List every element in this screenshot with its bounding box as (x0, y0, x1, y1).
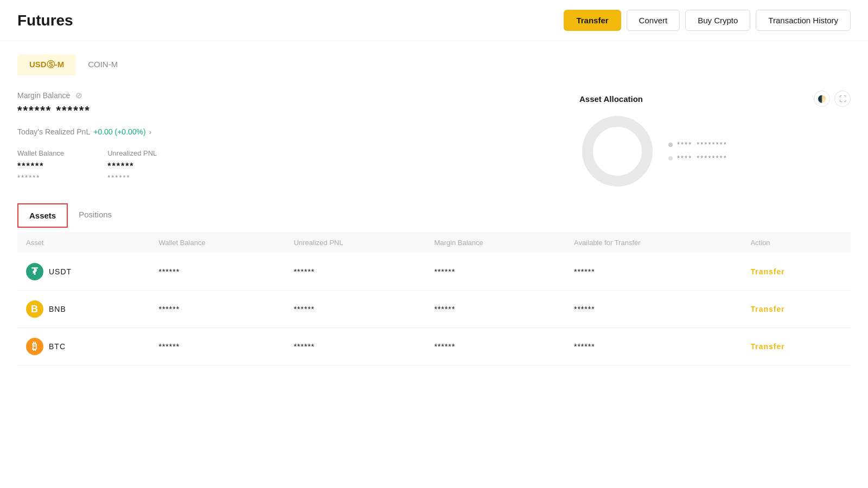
available-btc: ****** (565, 328, 742, 365)
legend-item-2: **** ******** (668, 154, 727, 162)
donut-chart (579, 113, 655, 189)
transfer-button[interactable]: Transfer (564, 10, 621, 31)
svg-point-0 (588, 121, 647, 181)
table-row: ₿ BTC ****** ****** ****** ****** Transf… (17, 328, 851, 365)
table-body: ₮ USDT ****** ****** ****** ****** Trans… (17, 253, 851, 365)
wallet-unrealized-row: Wallet Balance ****** ****** Unrealized … (17, 149, 579, 182)
wallet-balance-value: ****** (17, 162, 64, 171)
wallet-balance-btc: ****** (150, 328, 285, 365)
col-margin-balance: Margin Balance (425, 232, 565, 253)
legend-dot-1 (668, 143, 673, 147)
page-title: Futures (17, 12, 73, 29)
available-bnb: ****** (565, 291, 742, 328)
table-row: ₮ USDT ****** ****** ****** ****** Trans… (17, 253, 851, 291)
table-header: Asset Wallet Balance Unrealized PNL Marg… (17, 232, 851, 253)
usdt-icon: ₮ (26, 263, 43, 280)
action-cell-btc: Transfer (742, 328, 851, 365)
asset-name-bnb: BNB (49, 305, 66, 313)
unrealized-pnl-item: Unrealized PNL ****** ****** (107, 149, 157, 182)
asset-name-btc: BTC (49, 342, 66, 351)
margin-balance-btc: ****** (425, 328, 565, 365)
realized-pnl-value: +0.00 (+0.00%) (93, 127, 146, 136)
col-unrealized-pnl: Unrealized PNL (285, 232, 425, 253)
asset-allocation-panel: Asset Allocation 🌓 ⛶ **** ******** (579, 91, 851, 189)
transfer-link-usdt[interactable]: Transfer (750, 267, 784, 276)
hide-balance-icon[interactable]: ⊘ (75, 91, 82, 100)
asset-cell-usdt: ₮ USDT (17, 253, 150, 291)
action-cell-usdt: Transfer (742, 253, 851, 291)
unrealized-pnl-usdt: ****** (285, 253, 425, 291)
margin-balance-label: Margin Balance ⊘ (17, 91, 579, 100)
wallet-balance-usdt: ****** (150, 253, 285, 291)
donut-chart-wrapper: **** ******** **** ******** (579, 113, 851, 189)
legend-label-2: **** (677, 154, 692, 162)
action-cell-bnb: Transfer (742, 291, 851, 328)
unrealized-pnl-value: ****** (107, 162, 157, 171)
legend-value-2: ******** (697, 154, 727, 162)
buy-crypto-button[interactable]: Buy Crypto (685, 10, 750, 31)
asset-name-usdt: USDT (49, 267, 72, 276)
dark-mode-icon[interactable]: 🌓 (814, 91, 830, 107)
tab-assets[interactable]: Assets (17, 203, 68, 228)
tab-positions[interactable]: Positions (68, 203, 123, 228)
transfer-link-btc[interactable]: Transfer (750, 342, 784, 351)
bnb-icon: B (26, 300, 43, 318)
convert-button[interactable]: Convert (627, 10, 680, 31)
balance-section: Margin Balance ⊘ ****** ****** Today's R… (0, 75, 868, 195)
available-usdt: ****** (565, 253, 742, 291)
col-action: Action (742, 232, 851, 253)
margin-balance-bnb: ****** (425, 291, 565, 328)
balance-left: Margin Balance ⊘ ****** ****** Today's R… (17, 91, 579, 189)
legend-dot-2 (668, 156, 673, 160)
tab-usdm[interactable]: USDⓈ-M (17, 54, 76, 75)
assets-table: Asset Wallet Balance Unrealized PNL Marg… (17, 232, 851, 365)
margin-balance-usdt: ****** (425, 253, 565, 291)
legend-value-1: ******** (697, 140, 727, 149)
wallet-balance-bnb: ****** (150, 291, 285, 328)
section-tabs: Assets Positions (0, 195, 868, 228)
market-tabs: USDⓈ-M COIN-M (0, 41, 868, 75)
legend-item-1: **** ******** (668, 140, 727, 149)
realized-pnl-row: Today's Realized PnL +0.00 (+0.00%) › (17, 127, 579, 136)
transfer-link-bnb[interactable]: Transfer (750, 305, 784, 313)
tab-coinm[interactable]: COIN-M (76, 54, 130, 75)
unrealized-pnl-btc: ****** (285, 328, 425, 365)
margin-balance-value: ****** ****** (17, 104, 579, 118)
donut-legend: **** ******** **** ******** (668, 140, 727, 162)
unrealized-pnl-bnb: ****** (285, 291, 425, 328)
asset-cell-bnb: B BNB (17, 291, 150, 328)
btc-icon: ₿ (26, 338, 43, 355)
expand-icon[interactable]: ⛶ (834, 91, 851, 107)
asset-cell-btc: ₿ BTC (17, 328, 150, 365)
pnl-arrow-icon[interactable]: › (149, 128, 151, 136)
wallet-balance-sub: ****** (17, 174, 64, 182)
col-available: Available for Transfer (565, 232, 742, 253)
col-asset: Asset (17, 232, 150, 253)
transaction-history-button[interactable]: Transaction History (756, 10, 851, 31)
unrealized-pnl-sub: ****** (107, 174, 157, 182)
col-wallet-balance: Wallet Balance (150, 232, 285, 253)
legend-label-1: **** (677, 140, 692, 149)
assets-table-wrapper: Asset Wallet Balance Unrealized PNL Marg… (0, 232, 868, 365)
header: Futures Transfer Convert Buy Crypto Tran… (0, 0, 868, 41)
table-row: B BNB ****** ****** ****** ****** Transf… (17, 291, 851, 328)
allocation-icon-buttons: 🌓 ⛶ (814, 91, 851, 107)
header-actions: Transfer Convert Buy Crypto Transaction … (564, 10, 851, 31)
wallet-balance-item: Wallet Balance ****** ****** (17, 149, 64, 182)
asset-allocation-header: Asset Allocation 🌓 ⛶ (579, 91, 851, 107)
